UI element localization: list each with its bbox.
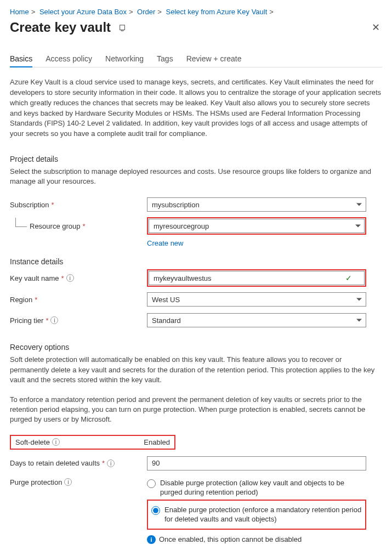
retain-days-input[interactable] — [147, 456, 366, 470]
project-details-heading: Project details — [10, 155, 382, 163]
intro-text: Azure Key Vault is a cloud service used … — [10, 77, 382, 139]
soft-delete-row: Soft-delete i Enabled — [10, 435, 175, 450]
header: Create key vault ✕ — [10, 19, 382, 36]
purge-protection-label: Purge protection i — [10, 476, 147, 486]
purge-enable-radio[interactable] — [151, 506, 160, 515]
key-vault-name-input[interactable] — [149, 271, 365, 285]
info-icon: i — [147, 535, 156, 544]
svg-rect-0 — [120, 25, 124, 30]
close-icon[interactable]: ✕ — [370, 19, 382, 36]
pin-icon[interactable] — [118, 25, 126, 33]
instance-details-heading: Instance details — [10, 257, 382, 266]
purge-enable-label: Enable purge protection (enforce a manda… — [164, 505, 362, 524]
breadcrumb: Home> Select your Azure Data Box> Order>… — [10, 8, 382, 16]
retain-days-label: Days to retain deleted vaults* i — [10, 459, 147, 467]
subscription-select[interactable]: mysubscription — [147, 197, 366, 212]
check-icon: ✓ — [345, 274, 352, 282]
tabs: Basics Access policy Networking Tags Rev… — [10, 51, 382, 67]
breadcrumb-item[interactable]: Order — [137, 8, 155, 16]
tab-access-policy[interactable]: Access policy — [46, 51, 92, 67]
purge-disable-radio[interactable] — [147, 479, 156, 488]
resource-group-label: Resource group* — [10, 222, 147, 230]
create-new-link[interactable]: Create new — [147, 239, 382, 247]
info-icon[interactable]: i — [50, 316, 58, 324]
info-icon[interactable]: i — [107, 460, 115, 467]
tab-basics[interactable]: Basics — [10, 51, 32, 67]
breadcrumb-item[interactable]: Home — [10, 8, 29, 16]
region-select[interactable]: West US — [147, 292, 366, 307]
project-details-desc: Select the subscription to manage deploy… — [10, 167, 382, 186]
recovery-options-heading: Recovery options — [10, 343, 382, 351]
info-icon[interactable]: i — [66, 274, 74, 282]
subscription-label: Subscription* — [10, 201, 147, 209]
tab-tags[interactable]: Tags — [157, 51, 173, 67]
resource-group-select[interactable]: myresourcegroup — [149, 219, 365, 233]
info-icon[interactable]: i — [52, 438, 60, 446]
soft-delete-label: Soft-delete — [15, 438, 50, 446]
recovery-desc1: Soft delete protection will automaticall… — [10, 355, 382, 385]
purge-disable-label: Disable purge protection (allow key vaul… — [160, 478, 366, 497]
key-vault-name-label: Key vault name* i — [10, 274, 147, 282]
tab-networking[interactable]: Networking — [105, 51, 144, 67]
soft-delete-value: Enabled — [144, 438, 170, 446]
region-label: Region* — [10, 296, 147, 304]
page-title: Create key vault — [10, 20, 111, 35]
breadcrumb-item[interactable]: Select key from Azure Key Vault — [166, 8, 268, 16]
info-icon[interactable]: i — [64, 478, 72, 486]
pricing-tier-select[interactable]: Standard — [147, 313, 366, 327]
recovery-desc2: To enforce a mandatory retention period … — [10, 395, 382, 425]
tab-review-create[interactable]: Review + create — [186, 51, 242, 67]
breadcrumb-item[interactable]: Select your Azure Data Box — [39, 8, 127, 16]
purge-note: Once enabled, this option cannot be disa… — [159, 535, 302, 543]
pricing-tier-label: Pricing tier* i — [10, 316, 147, 325]
